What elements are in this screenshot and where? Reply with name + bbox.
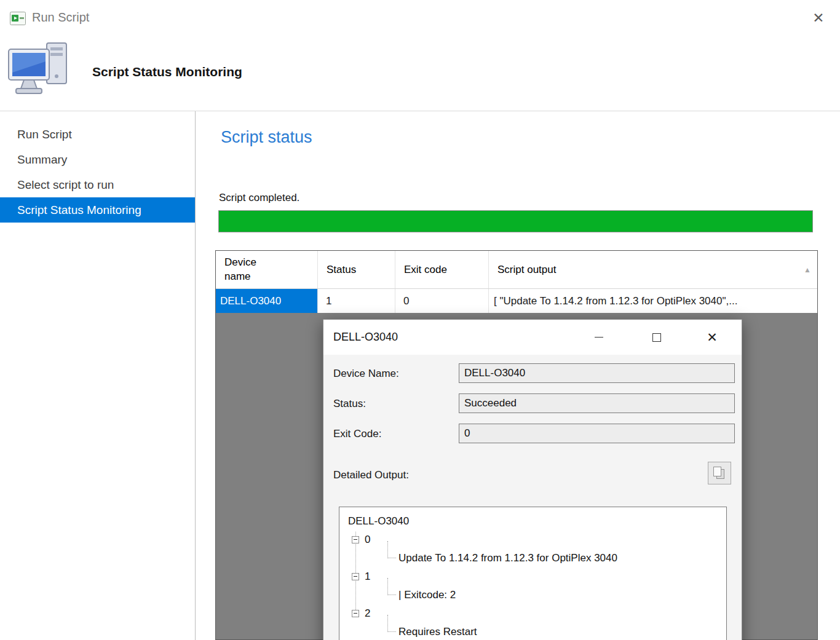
- script-completed-text: Script completed.: [219, 192, 299, 204]
- collapse-icon[interactable]: [352, 610, 359, 617]
- script-output-cell: [ "Update To 1.14.2 from 1.12.3 for Opti…: [489, 289, 817, 313]
- table-row[interactable]: DELL-O3040 1 0 [ "Update To 1.14.2 from …: [216, 289, 817, 313]
- dialog-title: DELL-O3040: [333, 320, 398, 355]
- exit-code-cell: 0: [395, 289, 489, 313]
- window-titlebar: Run Script ✕: [0, 0, 840, 37]
- column-header-status[interactable]: Status: [318, 251, 395, 288]
- tree-child-label[interactable]: Update To 1.14.2 from 1.12.3 for OptiPle…: [398, 549, 617, 567]
- grid-header-row: Device name Status Exit code Script outp…: [216, 251, 817, 289]
- tree-branch-line: [387, 578, 396, 595]
- dialog-titlebar[interactable]: DELL-O3040 ✕: [323, 320, 742, 355]
- status-field[interactable]: Succeeded: [459, 393, 735, 413]
- sidebar-item-select-script-to-run[interactable]: Select script to run: [0, 172, 195, 197]
- close-icon[interactable]: ✕: [806, 5, 831, 31]
- detailed-output-tree[interactable]: DELL-O3040 0 Update To 1.14.2 from 1.12.…: [339, 507, 727, 640]
- output-tree: DELL-O3040 0 Update To 1.14.2 from 1.12.…: [339, 507, 726, 640]
- sidebar-item-script-status-monitoring[interactable]: Script Status Monitoring: [0, 197, 195, 223]
- tree-node-label[interactable]: 1: [365, 567, 370, 586]
- status-cell: 1: [318, 289, 395, 313]
- tree-child-item: Requires Restart: [339, 623, 726, 640]
- page-title: Script Status Monitoring: [92, 65, 242, 79]
- tree-child-item: | Exitcode: 2: [339, 586, 726, 604]
- maximize-icon: [652, 333, 661, 342]
- tree-node: 0: [339, 531, 726, 549]
- minimize-button[interactable]: [584, 320, 614, 355]
- collapse-icon[interactable]: [352, 536, 359, 543]
- tree-node: 2: [339, 604, 726, 623]
- device-detail-dialog: DELL-O3040 ✕ Device Name: DELL-O3040 Sta…: [323, 319, 742, 640]
- maximize-button[interactable]: [642, 320, 672, 355]
- collapse-icon[interactable]: [352, 573, 359, 580]
- copy-icon: [713, 467, 721, 476]
- window-title: Run Script: [32, 10, 89, 25]
- copy-button[interactable]: [708, 462, 731, 484]
- minimize-icon: [595, 337, 603, 338]
- wizard-sidebar: Run Script Summary Select script to run …: [0, 111, 196, 640]
- tree-child-label[interactable]: Requires Restart: [398, 623, 477, 640]
- sort-ascending-icon: ▲: [804, 266, 811, 274]
- column-header-device-name[interactable]: Device name: [216, 251, 318, 288]
- tree-branch-line: [387, 541, 396, 558]
- run-script-icon: [10, 12, 26, 28]
- progress-bar: [218, 210, 813, 232]
- tree-node-label[interactable]: 0: [365, 531, 370, 549]
- script-status-heading: Script status: [221, 128, 312, 147]
- tree-child-label[interactable]: | Exitcode: 2: [398, 586, 456, 604]
- tree-node: 1: [339, 567, 726, 586]
- exit-code-field[interactable]: 0: [459, 424, 735, 443]
- tree-child-item: Update To 1.14.2 from 1.12.3 for OptiPle…: [339, 549, 726, 567]
- device-name-label: Device Name:: [333, 368, 399, 380]
- sidebar-item-summary[interactable]: Summary: [0, 147, 195, 172]
- column-header-exit-code[interactable]: Exit code: [395, 251, 489, 288]
- dialog-close-button[interactable]: ✕: [697, 320, 727, 355]
- device-name-cell: DELL-O3040: [216, 289, 318, 313]
- column-header-script-output[interactable]: Script output ▲: [489, 251, 817, 288]
- progress-fill: [219, 211, 812, 232]
- status-label: Status:: [333, 398, 366, 410]
- detailed-output-label: Detailed Output:: [333, 469, 409, 481]
- tree-root-node[interactable]: DELL-O3040: [339, 512, 726, 531]
- tree-branch-line: [387, 615, 396, 632]
- exit-code-label: Exit Code:: [333, 428, 381, 440]
- computer-icon: [6, 39, 79, 102]
- device-name-field[interactable]: DELL-O3040: [459, 363, 735, 383]
- tree-node-label[interactable]: 2: [365, 604, 370, 623]
- sidebar-item-run-script[interactable]: Run Script: [0, 122, 195, 147]
